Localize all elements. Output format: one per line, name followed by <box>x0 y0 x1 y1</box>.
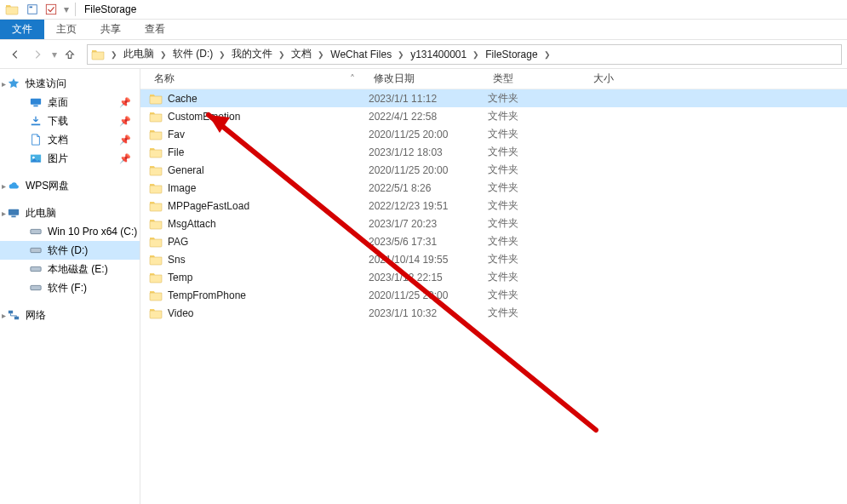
tab-home[interactable]: 主页 <box>44 20 89 39</box>
file-row[interactable]: General2020/11/25 20:00文件夹 <box>140 161 847 179</box>
sidebar-item-pictures[interactable]: 图片 📌 <box>0 149 140 168</box>
sidebar-drive-e[interactable]: 本地磁盘 (E:) <box>0 260 140 278</box>
folder-icon <box>149 199 163 213</box>
chevron-right-icon[interactable]: ❯ <box>395 50 407 59</box>
file-date: 2020/11/25 20:00 <box>369 129 488 140</box>
file-date: 2023/1/12 18:03 <box>369 146 488 158</box>
window-title: FileStorage <box>84 3 136 15</box>
file-date: 2022/4/1 22:58 <box>369 111 488 123</box>
chevron-right-icon[interactable]: ❯ <box>157 50 169 59</box>
drive-icon <box>29 225 43 238</box>
address-bar[interactable]: ❯ 此电脑 ❯ 软件 (D:) ❯ 我的文件 ❯ 文档 ❯ WeChat Fil… <box>87 44 842 65</box>
file-row[interactable]: MPPageFastLoad2022/12/23 19:51文件夹 <box>140 197 847 215</box>
qat-properties-icon[interactable] <box>24 1 41 18</box>
column-name[interactable]: 名称 ˄ <box>149 72 369 86</box>
folder-icon <box>149 217 163 231</box>
svg-rect-5 <box>31 124 41 126</box>
file-row[interactable]: PAG2023/5/6 17:31文件夹 <box>140 232 847 250</box>
crumb-myfiles[interactable]: 我的文件 <box>228 45 276 64</box>
file-row[interactable]: Fav2020/11/25 20:00文件夹 <box>140 125 847 143</box>
file-row[interactable]: Cache2023/1/1 11:12文件夹 <box>140 89 847 107</box>
file-row[interactable]: File2023/1/12 18:03文件夹 <box>140 143 847 161</box>
file-date: 2020/11/25 20:00 <box>369 289 488 301</box>
sidebar-network[interactable]: ▸ 网络 <box>0 306 140 324</box>
file-type: 文件夹 <box>488 91 588 106</box>
sidebar-item-label: 网络 <box>26 308 46 323</box>
chevron-right-icon[interactable]: ❯ <box>276 50 288 59</box>
folder-icon <box>149 306 163 320</box>
crumb-pc[interactable]: 此电脑 <box>120 45 157 64</box>
tab-view[interactable]: 查看 <box>133 20 177 39</box>
chevron-right-icon[interactable]: ❯ <box>470 50 482 59</box>
file-tab[interactable]: 文件 <box>0 20 44 39</box>
file-row[interactable]: Image2022/5/1 8:26文件夹 <box>140 179 847 197</box>
tab-share[interactable]: 共享 <box>89 20 133 39</box>
svg-point-7 <box>32 157 35 159</box>
sidebar-item-label: 下载 <box>48 114 68 129</box>
file-row[interactable]: MsgAttach2023/1/7 20:23文件夹 <box>140 215 847 232</box>
chevron-right-icon[interactable]: ❯ <box>541 50 553 59</box>
chevron-right-icon[interactable]: ❯ <box>315 50 327 59</box>
sidebar-item-desktop[interactable]: 桌面 📌 <box>0 93 140 112</box>
qat-check-icon[interactable] <box>43 1 60 18</box>
sidebar-drive-c[interactable]: Win 10 Pro x64 (C:) <box>0 222 140 241</box>
column-size[interactable]: 大小 <box>588 72 665 86</box>
folder-icon <box>149 181 163 195</box>
nav-forward-button[interactable] <box>27 44 48 65</box>
folder-icon <box>149 128 163 141</box>
sidebar-item-label: 软件 (F:) <box>48 281 87 295</box>
crumb-drive-d[interactable]: 软件 (D:) <box>169 45 216 64</box>
drive-icon <box>29 262 43 276</box>
file-row[interactable]: Sns2021/10/14 19:55文件夹 <box>140 250 847 268</box>
chevron-right-icon[interactable]: ❯ <box>108 50 120 59</box>
sidebar-item-label: 桌面 <box>48 95 68 110</box>
sidebar-drive-f[interactable]: 软件 (F:) <box>0 278 140 297</box>
svg-rect-15 <box>14 317 19 320</box>
crumb-account[interactable]: y131400001 <box>407 45 470 64</box>
folder-icon <box>149 235 163 249</box>
file-rows: Cache2023/1/1 11:12文件夹CustomEmotion2022/… <box>140 89 847 322</box>
nav-up-button[interactable] <box>60 44 80 65</box>
column-type[interactable]: 类型 <box>488 72 588 86</box>
sidebar-item-downloads[interactable]: 下载 📌 <box>0 112 140 130</box>
sidebar-item-documents[interactable]: 文档 📌 <box>0 130 140 149</box>
sidebar-quick-access[interactable]: ▸ 快速访问 <box>0 74 140 93</box>
file-row[interactable]: Temp2023/1/12 22:15文件夹 <box>140 268 847 286</box>
sidebar-this-pc[interactable]: ▸ 此电脑 <box>0 203 140 222</box>
crumb-filestorage[interactable]: FileStorage <box>482 45 541 64</box>
crumb-wechat[interactable]: WeChat Files <box>327 45 395 64</box>
nav-back-button[interactable] <box>5 44 26 65</box>
sidebar-wps[interactable]: ▸ WPS网盘 <box>0 176 140 195</box>
qat-dropdown-icon[interactable]: ▾ <box>61 1 72 18</box>
file-row[interactable]: Video2023/1/1 10:32文件夹 <box>140 304 847 322</box>
svg-rect-11 <box>31 248 41 252</box>
file-list: 名称 ˄ 修改日期 类型 大小 Cache2023/1/1 11:12文件夹Cu… <box>140 69 847 504</box>
svg-rect-4 <box>33 106 37 107</box>
chevron-right-icon: ▸ <box>2 79 6 89</box>
chevron-down-icon: ▸ <box>2 209 6 218</box>
folder-icon <box>149 92 163 106</box>
file-date: 2023/1/1 10:32 <box>369 307 488 319</box>
sidebar-item-label: 本地磁盘 (E:) <box>48 262 108 277</box>
file-name: Fav <box>168 129 185 140</box>
chevron-right-icon[interactable]: ❯ <box>216 50 228 59</box>
crumb-docs[interactable]: 文档 <box>288 45 315 64</box>
file-date: 2023/1/1 11:12 <box>369 93 488 105</box>
folder-icon <box>149 289 163 302</box>
file-row[interactable]: CustomEmotion2022/4/1 22:58文件夹 <box>140 107 847 125</box>
file-row[interactable]: TempFromPhone2020/11/25 20:00文件夹 <box>140 286 847 304</box>
nav-history-dropdown[interactable]: ▾ <box>49 49 60 60</box>
pin-icon: 📌 <box>119 153 131 164</box>
column-date[interactable]: 修改日期 <box>369 72 488 86</box>
navigation-bar: ▾ ❯ 此电脑 ❯ 软件 (D:) ❯ 我的文件 ❯ 文档 ❯ WeChat F… <box>0 40 847 69</box>
star-icon <box>7 77 20 90</box>
svg-rect-13 <box>31 285 41 289</box>
sidebar-drive-d[interactable]: 软件 (D:) <box>0 241 140 260</box>
picture-icon <box>29 152 43 165</box>
sidebar-item-label: 文档 <box>48 133 68 147</box>
folder-icon <box>149 253 163 266</box>
sidebar-item-label: Win 10 Pro x64 (C:) <box>48 226 137 238</box>
svg-rect-10 <box>31 229 41 233</box>
file-type: 文件夹 <box>488 270 588 284</box>
sidebar-item-label: WPS网盘 <box>26 179 69 193</box>
